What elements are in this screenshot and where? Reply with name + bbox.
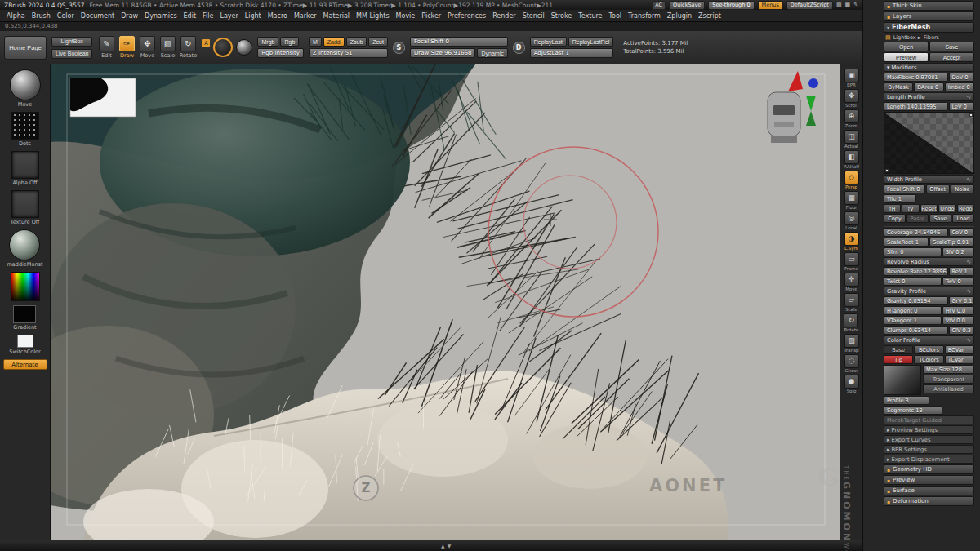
rightshelf-scroll[interactable]: ✥Scroll (844, 89, 859, 108)
home-page-button[interactable]: Home Page (4, 36, 47, 60)
menu-marker[interactable]: Marker (291, 11, 320, 20)
lightbox-button[interactable]: LightBox (51, 37, 92, 47)
twist-0-control[interactable]: Twist 0 (884, 277, 942, 286)
zadd-button[interactable]: Zadd (323, 37, 345, 47)
base-control[interactable]: Base (884, 345, 913, 354)
menu-document[interactable]: Document (78, 11, 118, 20)
menu-macro[interactable]: Macro (265, 11, 291, 20)
rightshelf-transp[interactable]: ▨Transp (844, 334, 858, 353)
stroke-indicator[interactable]: S (393, 42, 405, 54)
cov-0-control[interactable]: CoV 0 (949, 228, 975, 237)
menu-color[interactable]: Color (54, 11, 78, 20)
htangent-0-control[interactable]: HTangent 0 (884, 306, 942, 315)
document-canvas[interactable]: Z AONET (51, 64, 840, 540)
noise-control[interactable]: Noise (951, 184, 974, 193)
grv-0-1-control[interactable]: GrV 0.1 (949, 296, 975, 305)
tray-geometry-hd[interactable]: ▪Geometry HD (884, 464, 974, 474)
header-gravity-profile[interactable]: Gravity Profile∿ (884, 287, 974, 295)
section-preview-settings[interactable]: ▸Preview Settings (884, 425, 974, 434)
max-size-128-slider[interactable]: Max Size 128 (923, 365, 974, 374)
fibermesh-palette-header[interactable]: ▾ FiberMesh (884, 22, 974, 33)
rightshelf-solo[interactable]: ●Solo (844, 375, 859, 393)
replay-last-button[interactable]: ReplayLast (530, 37, 567, 47)
section-bpr-settings[interactable]: ▸BPR Settings (884, 445, 974, 454)
tray-surface[interactable]: ▪Surface (884, 486, 974, 495)
replay-indicator[interactable]: D (513, 42, 525, 54)
menu-light[interactable]: Light (242, 11, 265, 20)
load-control[interactable]: Load (952, 214, 974, 223)
tray-preview[interactable]: ▪Preview (884, 475, 974, 485)
copy-control[interactable]: Copy (884, 214, 906, 223)
alpha-stroke-preview[interactable] (70, 78, 136, 117)
quicksave-button[interactable]: QuickSave (669, 1, 705, 10)
menu-preferences[interactable]: Preferences (444, 11, 489, 20)
rightshelf-actual[interactable]: ◫Actual (844, 130, 859, 149)
paste-control[interactable]: Paste (906, 214, 929, 223)
menus-button[interactable]: Menus (758, 1, 783, 10)
rgb-button[interactable]: Rgb (280, 37, 299, 47)
section-export-displacement[interactable]: ▸Export Displacement (884, 455, 974, 464)
morphtarget-guided-control[interactable]: MorphTarget Guided (884, 415, 974, 424)
preview-button[interactable]: Preview (884, 52, 929, 62)
menu-alpha[interactable]: Alpha (3, 11, 29, 20)
slim-0-control[interactable]: Slim 0 (884, 247, 942, 256)
rev-1-control[interactable]: ReV 1 (949, 267, 975, 276)
antialiased-toggle[interactable]: Antialiased (923, 384, 974, 393)
menu-tool[interactable]: Tool (606, 11, 626, 20)
offset-control[interactable]: Offset (926, 184, 950, 193)
modifiers-header[interactable]: ▾ Modifiers (884, 63, 974, 72)
rightshelf-local[interactable]: ◎Local (844, 211, 859, 230)
reset-control[interactable]: Reset (920, 204, 938, 213)
width-profile-curve-editor[interactable] (884, 112, 974, 174)
mrgb-button[interactable]: Mrgb (257, 37, 278, 47)
alternate-button[interactable]: Alternate (3, 359, 47, 370)
replay-last-rel-button[interactable]: ReplayLastRel (568, 37, 614, 47)
black-thumbnail[interactable] (13, 305, 36, 323)
rightshelf-bpr[interactable]: ▣BPR (844, 69, 859, 87)
coverage-24-54946-control[interactable]: Coverage 24.54946 (884, 228, 948, 237)
barea-0-control[interactable]: BArea 0 (914, 82, 943, 91)
scroll-up-icon[interactable]: ▲ (441, 543, 445, 549)
scaletip-0-01-control[interactable]: ScaleTip 0.01 (929, 238, 974, 247)
rightshelf-rotate[interactable]: ↻Rotate (844, 313, 858, 332)
m-button[interactable]: M (309, 37, 322, 47)
menu-material[interactable]: Material (320, 11, 354, 20)
default-zscript-button[interactable]: DefaultZScript (786, 1, 833, 10)
tcolors-control[interactable]: TColors (914, 355, 943, 364)
menu-zplugin[interactable]: Zplugin (664, 11, 695, 20)
sphere-thumbnail[interactable] (10, 69, 41, 100)
maxfibers-0-97081-control[interactable]: MaxFibers 0.97081 (884, 73, 948, 82)
z-intensity-slider[interactable]: Z Intensity 51 (309, 48, 388, 58)
menu-edit[interactable]: Edit (180, 11, 200, 20)
rightshelf-frame[interactable]: ▭Frame (844, 252, 859, 271)
segments-13-control[interactable]: Segments 13 (884, 406, 942, 415)
pen-icon[interactable]: ✎ (853, 2, 858, 8)
rainbow-thumbnail[interactable] (11, 272, 40, 301)
zcut-button[interactable]: Zcut (368, 37, 388, 47)
edit-button[interactable]: ✎ Edit (97, 36, 115, 59)
menu-stroke[interactable]: Stroke (548, 11, 576, 20)
live-boolean-button[interactable]: Live Boolean (51, 49, 92, 59)
current-material-widget[interactable] (236, 39, 252, 56)
menu-file[interactable]: File (199, 11, 216, 20)
menu-texture[interactable]: Texture (575, 11, 605, 20)
rgb-intensity-slider[interactable]: Rgb Intensity (257, 48, 303, 58)
rightshelf-floor[interactable]: ▦Floor (844, 191, 859, 210)
tcvar-control[interactable]: TCVar (945, 355, 974, 364)
menu-layer[interactable]: Layer (216, 11, 241, 20)
dots-thumbnail[interactable] (11, 112, 39, 140)
clv-0-3-control[interactable]: ClV 0.3 (949, 326, 975, 335)
menu-transform[interactable]: Transform (625, 11, 664, 20)
header-revolve-radius[interactable]: Revolve Radius∿ (884, 257, 974, 266)
white-thumbnail[interactable] (17, 335, 33, 348)
rightshelf-persp[interactable]: ◇Persp (844, 171, 859, 189)
tip-control[interactable]: Tip (884, 355, 913, 364)
vtv-0-0-control[interactable]: VtV 0.0 (942, 316, 974, 325)
curve-point[interactable] (885, 169, 889, 172)
see-through-slider[interactable]: See-through 0 (708, 1, 754, 10)
fh-control[interactable]: fH (884, 204, 901, 213)
menu-brush[interactable]: Brush (29, 11, 54, 20)
rightshelf-l-sym[interactable]: ◑L.Sym (844, 232, 859, 251)
draw-size-slider[interactable]: Draw Size 96.91668 (410, 48, 476, 58)
tray-deformation[interactable]: ▪Deformation (884, 496, 974, 506)
